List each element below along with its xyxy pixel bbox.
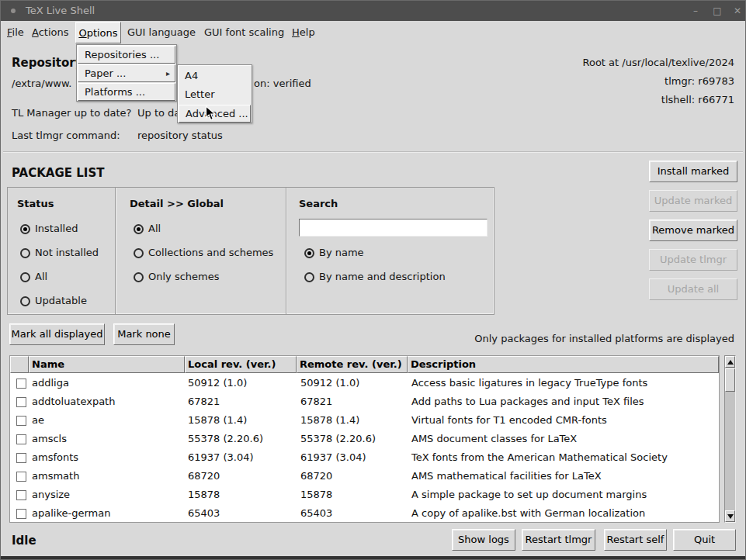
menu-item-platforms[interactable]: Platforms ... [78, 83, 175, 101]
table-scrollbar[interactable] [724, 355, 736, 523]
show-logs-button[interactable]: Show logs [452, 529, 515, 551]
cell-name: addliga [32, 374, 69, 392]
cell-local-rev: 68720 [188, 467, 220, 486]
row-checkbox[interactable] [16, 453, 26, 463]
table-row[interactable]: addtoluatexpath 67821 67821 Add paths to… [11, 392, 719, 411]
panel-divider [115, 188, 116, 314]
menu-gui-font-scaling[interactable]: GUI font scaling [204, 21, 284, 44]
menu-options[interactable]: Options [75, 22, 121, 43]
uptodate-value: Up to da [137, 107, 180, 119]
column-header-remote[interactable]: Remote rev. (ver.) [297, 356, 408, 373]
cell-name: ae [32, 411, 44, 430]
search-input[interactable] [299, 219, 488, 237]
row-checkbox[interactable] [16, 379, 26, 389]
radio-by-name-description[interactable] [304, 272, 314, 282]
update-all-button: Update all [649, 278, 737, 300]
table-row[interactable]: addliga 50912 (1.0) 50912 (1.0) Access b… [11, 374, 719, 392]
row-checkbox[interactable] [16, 416, 26, 426]
minimize-icon[interactable]: – [687, 1, 704, 21]
radio-all-status[interactable] [20, 272, 30, 282]
menu-help-key: H [292, 26, 300, 38]
quit-button[interactable]: Quit [673, 529, 736, 551]
cell-description: Virtual fonts for T1 encoded CMR-fonts [411, 411, 607, 430]
remove-marked-button[interactable]: Remove marked [649, 220, 737, 241]
row-checkbox[interactable] [16, 472, 26, 482]
cell-remote-rev: 68720 [300, 467, 332, 486]
table-row[interactable]: apalike-german 65403 65403 A copy of apa… [11, 504, 719, 523]
filter-panel: Status Installed Not installed All Updat… [7, 187, 494, 315]
package-table: Name Local rev. (ver.) Remote rev. (ver.… [9, 355, 720, 523]
repository-verification-fragment: on: verified [254, 78, 311, 90]
titlebar: TeX Live Shell – □ ✕ [1, 1, 745, 21]
row-checkbox[interactable] [16, 434, 26, 444]
radio-only-schemes-label[interactable]: Only schemes [148, 271, 220, 283]
scroll-down-icon[interactable] [725, 510, 735, 522]
table-row[interactable]: ae 15878 (1.4) 15878 (1.4) Virtual fonts… [11, 411, 719, 430]
cell-description: A copy of apalike.bst with German locali… [411, 504, 645, 523]
radio-updatable[interactable] [20, 296, 30, 306]
radio-by-name-description-label[interactable]: By name and description [319, 271, 446, 283]
menu-item-repositories[interactable]: Repositories ... [78, 46, 175, 64]
radio-collections-schemes[interactable] [134, 248, 144, 258]
column-header-description[interactable]: Description [408, 356, 719, 373]
scroll-up-icon[interactable] [725, 356, 735, 368]
menu-help-rest: elp [300, 26, 315, 38]
radio-all-status-label[interactable]: All [35, 271, 47, 283]
cell-local-rev: 15878 (1.4) [188, 411, 247, 430]
cell-local-rev: 67821 [188, 392, 220, 411]
mark-none-button[interactable]: Mark none [113, 323, 175, 345]
table-row[interactable]: anysize 15878 15878 A simple package to … [11, 486, 719, 504]
radio-installed-label[interactable]: Installed [35, 223, 78, 235]
table-row[interactable]: amsmath 68720 68720 AMS mathematical fac… [11, 467, 719, 486]
repository-heading: Repository [12, 56, 83, 70]
menu-help[interactable]: Help [292, 21, 315, 44]
mark-all-displayed-button[interactable]: Mark all displayed [9, 323, 105, 345]
menu-item-paper-label: Paper ... [85, 67, 126, 79]
app-window: TeX Live Shell – □ ✕ File Actions Option… [0, 0, 746, 560]
radio-not-installed[interactable] [20, 248, 30, 258]
cell-name: amsfonts [32, 448, 78, 467]
cell-description: AMS mathematical facilities for LaTeX [411, 467, 602, 486]
menu-gui-language[interactable]: GUI language [127, 21, 196, 44]
cell-remote-rev: 50912 (1.0) [300, 374, 359, 392]
scrollbar-thumb[interactable] [725, 368, 735, 392]
menu-item-paper[interactable]: Paper ...▸ [78, 64, 175, 82]
radio-detail-all-label[interactable]: All [148, 223, 161, 235]
column-header-checkbox[interactable] [10, 356, 29, 373]
uptodate-label: TL Manager up to date? [12, 107, 131, 119]
window-frame [1, 556, 745, 559]
column-header-name[interactable]: Name [29, 356, 185, 373]
cell-name: apalike-german [32, 504, 110, 523]
row-checkbox[interactable] [16, 509, 26, 519]
cell-description: A simple package to set up document marg… [411, 486, 647, 504]
radio-only-schemes[interactable] [134, 272, 144, 282]
row-checkbox[interactable] [16, 397, 26, 407]
restart-tlmgr-button[interactable]: Restart tlmgr [522, 529, 595, 551]
cell-name: amsmath [32, 467, 79, 486]
panel-divider [286, 188, 286, 314]
radio-not-installed-label[interactable]: Not installed [35, 247, 99, 259]
menu-item-a4[interactable]: A4 [179, 67, 251, 85]
table-row[interactable]: amscls 55378 (2.20.6) 55378 (2.20.6) AMS… [11, 430, 719, 448]
radio-collections-schemes-label[interactable]: Collections and schemes [148, 247, 273, 259]
radio-detail-all[interactable] [134, 224, 144, 234]
close-icon[interactable]: ✕ [729, 1, 746, 21]
menu-file[interactable]: File [7, 21, 24, 44]
column-header-local[interactable]: Local rev. (ver.) [185, 356, 297, 373]
menu-item-letter[interactable]: Letter [179, 86, 251, 104]
radio-installed[interactable] [20, 224, 30, 234]
install-marked-button[interactable]: Install marked [649, 161, 737, 182]
cell-remote-rev: 65403 [300, 504, 332, 523]
radio-by-name[interactable] [304, 248, 314, 258]
radio-by-name-label[interactable]: By name [319, 247, 364, 259]
table-row[interactable]: amsfonts 61937 (3.04) 61937 (3.04) TeX f… [11, 448, 719, 467]
cell-remote-rev: 61937 (3.04) [300, 448, 366, 467]
row-checkbox[interactable] [16, 490, 26, 500]
maximize-icon[interactable]: □ [709, 1, 726, 21]
options-dropdown-menu: Repositories ... Paper ...▸ Platforms ..… [76, 44, 177, 102]
cell-remote-rev: 55378 (2.20.6) [300, 430, 376, 448]
restart-self-button[interactable]: Restart self [604, 529, 667, 551]
cell-name: anysize [32, 486, 70, 504]
menu-actions[interactable]: Actions [32, 21, 69, 44]
radio-updatable-label[interactable]: Updatable [35, 295, 87, 307]
